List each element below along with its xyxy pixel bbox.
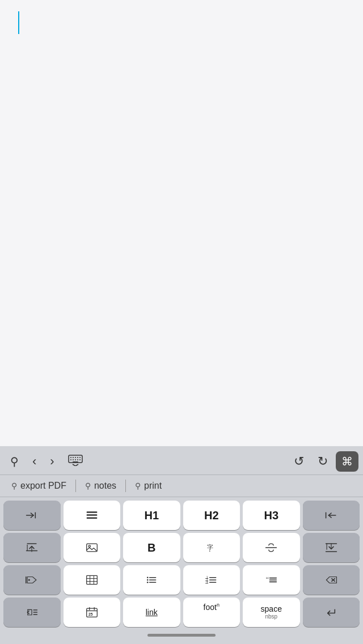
ruby-key[interactable]: 字 • xyxy=(183,533,240,562)
suggestion-print[interactable]: ⚲ print xyxy=(128,478,168,493)
svg-rect-32 xyxy=(86,575,97,584)
nbsp-label: nbsp xyxy=(265,613,277,620)
h1-key[interactable]: H1 xyxy=(123,501,180,530)
svg-rect-15 xyxy=(86,514,97,516)
suggestion-search-icon-3: ⚲ xyxy=(135,481,141,490)
undo-icon: ↺ xyxy=(294,454,304,469)
bold-label: B xyxy=(147,541,155,554)
suggestion-search-icon-1: ⚲ xyxy=(11,481,17,490)
suggestion-export-pdf-label: export PDF xyxy=(20,481,66,491)
table-key[interactable] xyxy=(64,565,121,595)
outdent-key[interactable] xyxy=(3,598,61,627)
cmd-button[interactable]: ⌘ xyxy=(336,451,358,472)
link-label: link xyxy=(146,608,158,617)
svg-rect-16 xyxy=(86,517,97,519)
suggestion-search-icon-2: ⚲ xyxy=(85,481,91,490)
suggestion-export-pdf[interactable]: ⚲ export PDF xyxy=(5,478,73,493)
move-up-key[interactable] xyxy=(3,533,61,562)
home-indicator xyxy=(147,634,216,637)
back-button[interactable]: ‹ xyxy=(27,451,42,472)
h3-label: H3 xyxy=(264,509,278,522)
search-toolbar-button[interactable]: ⚲ xyxy=(5,451,24,472)
bullet-list-key[interactable] xyxy=(123,565,180,595)
strikethrough-key[interactable] xyxy=(243,533,300,562)
forward-button[interactable]: › xyxy=(44,451,60,472)
search-icon: ⚲ xyxy=(10,455,19,468)
bold-key[interactable]: B xyxy=(123,533,180,562)
keyboard-hide-button[interactable] xyxy=(62,451,88,472)
svg-text:“: “ xyxy=(266,575,269,583)
keyboard-icon xyxy=(68,455,83,469)
h3-key[interactable]: H3 xyxy=(243,501,300,530)
move-down-key[interactable] xyxy=(303,533,360,562)
svg-point-38 xyxy=(147,579,149,581)
suggestion-notes-label: notes xyxy=(94,481,116,491)
chevron-left-icon: ‹ xyxy=(32,454,36,469)
home-bar xyxy=(0,628,363,644)
suggestion-divider-2 xyxy=(125,480,126,492)
calendar-key[interactable]: 25 xyxy=(64,598,121,627)
h2-label: H2 xyxy=(204,509,219,522)
h2-key[interactable]: H2 xyxy=(183,501,240,530)
svg-rect-14 xyxy=(86,511,97,513)
indent-left-key[interactable] xyxy=(303,501,360,530)
enter-key[interactable] xyxy=(303,598,360,627)
footnote-key[interactable]: footn xyxy=(183,598,240,627)
suggestion-divider-1 xyxy=(75,480,76,492)
svg-point-39 xyxy=(147,582,149,583)
h1-label: H1 xyxy=(144,509,159,522)
keyboard-container: ⚲ ‹ › xyxy=(0,446,363,644)
suggestion-notes[interactable]: ⚲ notes xyxy=(78,478,123,493)
editor-area[interactable] xyxy=(0,0,363,446)
backspace-key[interactable] xyxy=(303,565,360,595)
image-key[interactable] xyxy=(64,533,121,562)
space-key[interactable]: space nbsp xyxy=(243,598,300,627)
link-key[interactable]: link xyxy=(123,598,180,627)
svg-point-37 xyxy=(147,577,149,579)
space-label: space xyxy=(261,604,282,614)
svg-point-22 xyxy=(88,545,90,547)
tag-key[interactable] xyxy=(3,565,61,595)
toolbar-row: ⚲ ‹ › xyxy=(0,446,363,475)
svg-text:字: 字 xyxy=(207,544,213,550)
numbered-list-key[interactable]: 1 2 3 xyxy=(183,565,240,595)
text-cursor xyxy=(18,11,19,34)
footnote-label: footn xyxy=(204,602,220,612)
suggestions-row: ⚲ export PDF ⚲ notes ⚲ print xyxy=(0,475,363,497)
svg-text:25: 25 xyxy=(88,612,93,616)
command-icon: ⌘ xyxy=(341,455,353,468)
svg-text:•: • xyxy=(209,549,210,553)
undo-button[interactable]: ↺ xyxy=(288,451,310,472)
svg-point-30 xyxy=(28,579,30,581)
suggestion-print-label: print xyxy=(144,481,162,491)
blockquote-key[interactable]: “ xyxy=(243,565,300,595)
align-key[interactable] xyxy=(64,501,121,530)
key-grid: H1 H2 H3 xyxy=(0,497,363,628)
chevron-right-icon: › xyxy=(50,454,54,469)
redo-button[interactable]: ↻ xyxy=(312,451,334,472)
tab-key[interactable] xyxy=(3,501,61,530)
redo-icon: ↻ xyxy=(318,454,328,469)
